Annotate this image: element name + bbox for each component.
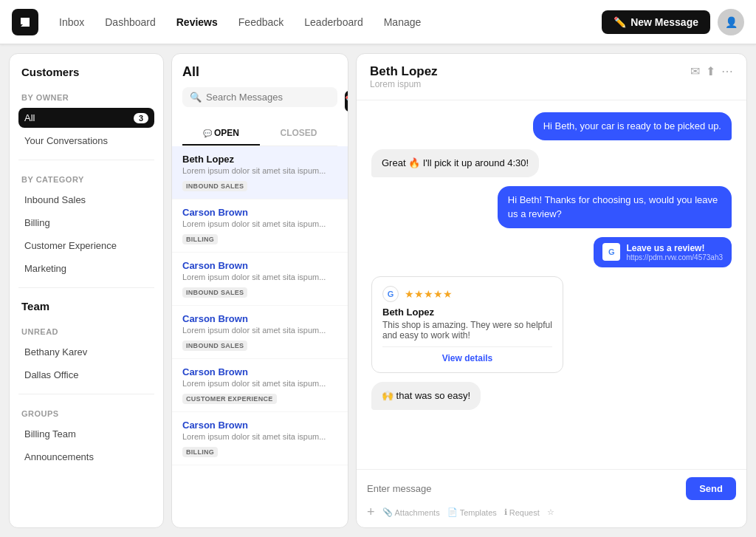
divider-3 [18,394,154,394]
templates-label: Templates [460,508,497,517]
more-icon[interactable]: ⋯ [721,64,733,78]
conv-name: Carson Brown [182,420,337,431]
middle-title: All [182,64,337,80]
tab-open-label: OPEN [214,128,239,138]
conv-tag: INBOUND SALES [182,287,247,298]
chat-header-actions: ✉ ⬆ ⋯ [690,64,733,78]
request-action[interactable]: ℹ Request [504,507,540,517]
new-message-label: New Message [630,16,698,28]
search-input[interactable] [206,92,330,103]
chat-contact-sub: Lorem ispum [370,79,438,89]
conv-preview: Lorem ipsum dolor sit amet sita ispum... [182,326,337,335]
send-button[interactable]: Send [686,477,736,500]
link-title: Leave us a review! [626,243,723,253]
message-row-2: Great 🔥 I'll pick it up around 4:30! [371,149,732,177]
nav-reviews[interactable]: Reviews [168,12,227,33]
nav-inbox[interactable]: Inbox [50,12,93,33]
conversation-item[interactable]: Carson Brown Lorem ipsum dolor sit amet … [172,199,348,253]
team-title: Team [18,300,154,312]
open-tab-icon: 💬 [203,129,214,137]
sidebar-item-your-conversations[interactable]: Your Conversations [18,131,154,151]
tab-closed-label: CLOSED [280,128,317,138]
plus-icon[interactable]: + [367,504,375,520]
tab-open[interactable]: 💬 OPEN [182,122,260,146]
view-details-link[interactable]: View details [382,346,552,363]
conversation-item[interactable]: Carson Brown Lorem ipsum dolor sit amet … [172,253,348,306]
app-logo [12,9,38,35]
conversation-item[interactable]: Carson Brown Lorem ipsum dolor sit amet … [172,412,348,465]
groups-label: GROUPS [18,409,154,418]
nav-dashboard[interactable]: Dashboard [96,12,165,33]
conversation-list: Beth Lopez Lorem ipsum dolor sit amet si… [172,146,348,527]
unread-label: UNREAD [18,327,154,336]
by-category-label: BY CATEGORY [18,175,154,184]
sidebar-item-billing-team[interactable]: Billing Team [18,424,154,444]
sidebar-item-inbound-sales[interactable]: Inbound Sales [18,190,154,210]
middle-panel: All 🔍 ✏️ 💬 OPEN CLOSED Beth Lopez [171,53,348,528]
all-label: All [24,112,35,123]
conv-tag: BILLING [182,447,218,457]
message-row-3: Hi Beth! Thanks for choosing us, would y… [371,186,732,228]
template-icon: 📄 [447,507,458,517]
sidebar-item-customer-experience[interactable]: Customer Experience [18,236,154,256]
conv-tag: INBOUND SALES [182,341,247,351]
new-message-button[interactable]: ✏️ New Message [602,10,710,34]
sidebar-item-bethany-karev[interactable]: Bethany Karev [18,342,154,362]
review-card-header: G ★★★★★ [382,286,552,302]
by-owner-label: BY OWNER [18,93,154,102]
email-icon[interactable]: ✉ [690,64,700,78]
nav-feedback[interactable]: Feedback [230,12,292,33]
tabs: 💬 OPEN CLOSED [182,122,337,146]
link-url: https://pdm.rvw.com/4573ah3 [626,253,723,261]
sidebar-item-dallas-office[interactable]: Dallas Office [18,365,154,385]
chat-messages: Hi Beth, your car is ready to be picked … [357,100,746,469]
message-row-last: 🙌 that was so easy! [371,382,732,410]
avatar[interactable]: 👤 [718,9,744,35]
conv-name: Carson Brown [182,366,337,377]
pencil-icon: ✏️ [614,16,626,28]
conversation-item[interactable]: Carson Brown Lorem ipsum dolor sit amet … [172,359,348,412]
sidebar-item-billing[interactable]: Billing [18,213,154,233]
review-stars: ★★★★★ [405,288,453,300]
message-bubble-outgoing-2: Hi Beth! Thanks for choosing us, would y… [498,186,732,228]
attachments-label: Attachments [395,508,440,517]
all-badge: 3 [134,113,148,123]
middle-header: All 🔍 ✏️ 💬 OPEN CLOSED [172,54,348,146]
attachments-action[interactable]: 📎 Attachments [382,507,440,517]
main-layout: Customers BY OWNER All 3 Your Conversati… [0,44,756,537]
nav-right: ✏️ New Message 👤 [602,9,744,35]
conv-tag: CUSTOMER EXPERIENCE [182,394,277,404]
review-link-bubble[interactable]: G Leave us a review! https://pdm.rvw.com… [594,237,732,267]
conv-name: Carson Brown [182,207,337,218]
conversation-item[interactable]: Carson Brown Lorem ipsum dolor sit amet … [172,306,348,359]
nav-manage[interactable]: Manage [375,12,430,33]
conv-name: Carson Brown [182,313,337,324]
message-row-review: G ★★★★★ Beth Lopez This shop is amazing.… [371,276,732,373]
sidebar-item-marketing[interactable]: Marketing [18,259,154,278]
templates-action[interactable]: 📄 Templates [447,507,497,517]
link-bubble-inner: G Leave us a review! https://pdm.rvw.com… [602,243,723,261]
message-row-link: G Leave us a review! https://pdm.rvw.com… [371,237,732,267]
conv-preview: Lorem ipsum dolor sit amet sita ispum... [182,273,337,281]
conv-preview: Lorem ipsum dolor sit amet sita ispum... [182,432,337,441]
your-conversations-label: Your Conversations [24,135,108,146]
customers-title: Customers [18,66,154,78]
link-text: Leave us a review! https://pdm.rvw.com/4… [626,243,723,261]
conv-tag: INBOUND SALES [182,181,247,191]
nav-leaderboard[interactable]: Leaderboard [295,12,371,33]
request-label: Request [509,508,540,517]
message-bubble-last: 🙌 that was so easy! [371,382,481,410]
chat-input-row: Send [367,477,736,500]
compose-button[interactable]: ✏️ [345,91,348,112]
sidebar-item-all[interactable]: All 3 [18,108,154,128]
tab-closed[interactable]: CLOSED [260,122,337,146]
review-author: Beth Lopez [382,307,552,318]
chat-panel: Beth Lopez Lorem ispum ✉ ⬆ ⋯ Hi Beth, yo… [356,53,747,528]
sidebar-item-announcements[interactable]: Announcements [18,447,154,467]
message-input[interactable] [367,480,680,497]
conversation-item[interactable]: Beth Lopez Lorem ipsum dolor sit amet si… [172,146,348,199]
star-action[interactable]: ☆ [547,507,554,517]
share-icon[interactable]: ⬆ [706,64,715,78]
conv-tag: BILLING [182,234,218,244]
request-icon: ℹ [504,507,507,517]
